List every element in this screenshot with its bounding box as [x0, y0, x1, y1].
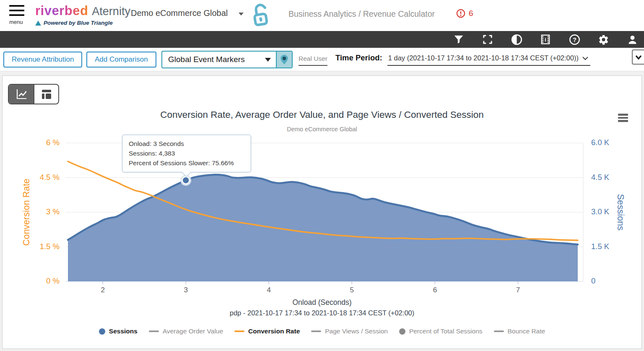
revenue-attribution-button[interactable]: Revenue Attribution [3, 52, 82, 68]
fullscreen-icon [482, 34, 493, 45]
legend-label: Page Views / Session [325, 328, 388, 335]
brand-logo: riverbed Aternity Powered by Blue Triang… [35, 3, 130, 26]
event-markers-value: Global Event Markers [162, 52, 251, 68]
powered-by: Powered by Blue Triangle [35, 20, 130, 26]
time-period: Time Period: 1 day (2021-10-17 17:34 to … [335, 53, 590, 66]
chevron-down-icon [635, 55, 642, 60]
legend-dash-marker [149, 330, 159, 332]
add-comparison-button[interactable]: Add Comparison [86, 52, 156, 68]
svg-text:?: ? [573, 36, 576, 43]
legend-dash-marker [234, 330, 244, 332]
tooltip-line: Onload: 3 Seconds [129, 139, 244, 148]
x-axis-label: Onload (Seconds) [3, 298, 641, 307]
tooltip-line: Percent of Sessions Slower: 75.66% [129, 158, 244, 168]
y-tick-left: 4.5 % [3, 173, 60, 182]
caret-down-icon [239, 13, 244, 16]
legend-label: Sessions [109, 328, 138, 335]
legend-label: Conversion Rate [248, 328, 300, 335]
legend-item-percent-of-total-sessions[interactable]: Percent of Total Sessions [399, 328, 483, 335]
gear-icon [598, 34, 609, 45]
time-period-selector[interactable]: 1 day (2021-10-17 17:34 to 2021-10-18 17… [387, 54, 590, 66]
legend-dash-marker [311, 330, 321, 332]
legend-circle-marker [399, 328, 405, 335]
x-axis-sublabel: pdp - 2021-10-17 17:34 to 2021-10-18 17:… [3, 309, 641, 317]
chart-canvas[interactable] [3, 76, 642, 311]
x-tick: 3 [173, 286, 198, 294]
legend-item-bounce-rate[interactable]: Bounce Rate [494, 328, 545, 335]
unlock-icon [250, 2, 272, 29]
alert-icon [456, 9, 465, 18]
profile-button[interactable] [626, 34, 638, 45]
time-period-value: 1 day (2021-10-17 17:34 to 2021-10-18 17… [388, 54, 579, 62]
chevron-down-icon [582, 56, 589, 61]
hover-marker [182, 177, 190, 184]
x-tick: 6 [422, 286, 447, 294]
settings-button[interactable] [597, 34, 609, 45]
filter-button[interactable] [453, 34, 465, 45]
y-tick-right: 6.0 K [591, 138, 633, 147]
event-markers-select[interactable]: Global Event Markers [161, 51, 293, 68]
chart-tooltip: Onload: 3 Seconds Sessions: 4,383 Percen… [122, 135, 251, 172]
y-tick-left: 0 % [3, 276, 60, 286]
contrast-button[interactable] [511, 34, 522, 45]
help-button[interactable]: ? [569, 34, 580, 45]
y-tick-right: 0 [591, 276, 633, 286]
time-period-label: Time Period: [335, 53, 382, 62]
real-user-link[interactable]: Real User [299, 55, 327, 66]
app-header: menu riverbed Aternity Powered by Blue T… [0, 0, 644, 31]
legend-item-conversion-rate[interactable]: Conversion Rate [234, 328, 300, 335]
legend-label: Bounce Rate [508, 328, 545, 335]
user-icon [627, 34, 638, 45]
account-selector[interactable]: Demo eCommerce Global [131, 8, 244, 18]
hamburger-icon [9, 5, 24, 7]
chart-legend: SessionsAverage Order ValueConversion Ra… [3, 328, 641, 335]
x-tick: 2 [90, 286, 115, 294]
x-tick: 5 [339, 286, 364, 294]
icon-toolbar: i ? [0, 31, 644, 48]
unlock-button[interactable] [250, 2, 272, 30]
legend-dash-marker [494, 330, 504, 332]
page-title: Business Analytics / Revenue Calculator [288, 9, 435, 19]
collapse-panel-button[interactable] [632, 49, 644, 65]
y-tick-right: 4.5 K [591, 173, 633, 182]
legend-item-sessions[interactable]: Sessions [99, 328, 138, 335]
film-info-icon: i [540, 34, 551, 45]
blue-triangle-icon [35, 21, 41, 26]
map-pin-icon [280, 54, 289, 65]
caret-down-icon [265, 58, 271, 62]
contrast-icon [511, 34, 522, 45]
fullscreen-button[interactable] [482, 34, 493, 45]
control-toolbar: Revenue Attribution Add Comparison Globa… [0, 48, 644, 71]
help-icon: ? [569, 34, 580, 45]
legend-item-average-order-value[interactable]: Average Order Value [149, 328, 223, 335]
event-marker-pin-box[interactable] [276, 52, 292, 68]
y-tick-right: 1.5 K [591, 242, 633, 251]
y-tick-left: 1.5 % [3, 242, 60, 251]
aternity-logo: Aternity [92, 5, 130, 18]
alert-count: 6 [469, 9, 473, 18]
y-tick-left: 3 % [3, 207, 60, 216]
legend-circle-marker [99, 328, 105, 335]
legend-label: Percent of Total Sessions [409, 328, 483, 335]
alert-indicator[interactable]: 6 [456, 9, 473, 18]
tooltip-line: Sessions: 4,383 [129, 148, 244, 158]
menu-label: menu [9, 19, 28, 25]
y-tick-right: 3.0 K [591, 207, 633, 216]
x-tick: 7 [505, 286, 530, 294]
legend-label: Average Order Value [163, 328, 223, 335]
riverbed-logo: riverbed [35, 3, 88, 18]
y-tick-left: 6 % [3, 138, 60, 147]
chart-panel: Conversion Rate, Average Order Value, an… [2, 75, 642, 349]
session-replay-button[interactable]: i [540, 34, 551, 45]
legend-item-page-views-session[interactable]: Page Views / Session [311, 328, 388, 335]
filter-icon [453, 34, 464, 45]
x-tick: 4 [256, 286, 281, 294]
menu-button[interactable]: menu [9, 5, 28, 27]
svg-text:i: i [545, 37, 546, 43]
account-selector-value: Demo eCommerce Global [131, 8, 228, 18]
